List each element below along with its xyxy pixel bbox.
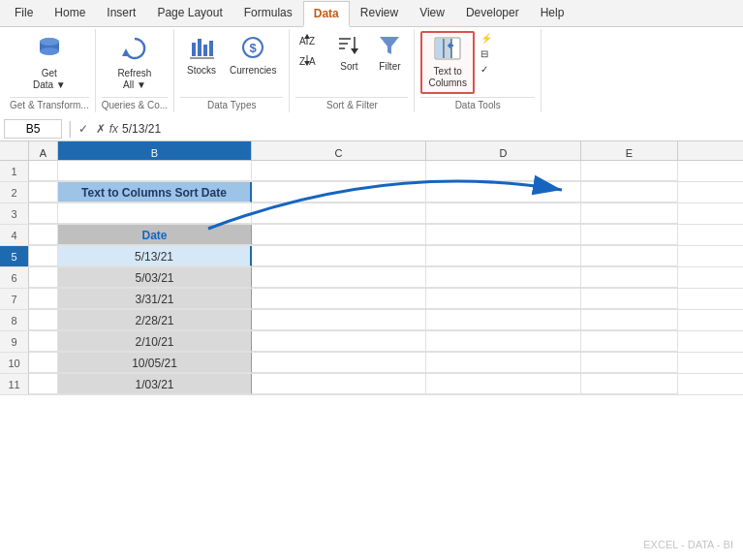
cell[interactable]: [58, 203, 252, 224]
cell[interactable]: [252, 374, 426, 394]
tab-data[interactable]: Data: [303, 1, 350, 27]
get-data-button[interactable]: GetData ▼: [26, 31, 73, 95]
stocks-button[interactable]: Stocks: [180, 31, 223, 80]
cell[interactable]: [252, 310, 426, 330]
refresh-all-button[interactable]: RefreshAll ▼: [110, 31, 158, 95]
text-to-columns-button[interactable]: Text toColumns: [420, 31, 474, 94]
row-number[interactable]: 5: [0, 246, 29, 266]
cell[interactable]: [252, 203, 426, 224]
cell[interactable]: [29, 267, 58, 288]
remove-duplicates-button[interactable]: ⊟: [477, 47, 535, 61]
row-number[interactable]: 3: [0, 203, 29, 224]
watermark: EXCEL - DATA - BI: [643, 539, 733, 550]
cell[interactable]: [252, 225, 426, 245]
filter-button[interactable]: Filter: [371, 31, 408, 77]
row-number[interactable]: 11: [0, 374, 29, 394]
cell[interactable]: [426, 203, 581, 224]
cell[interactable]: 2/28/21: [58, 310, 252, 330]
cell[interactable]: [252, 289, 426, 309]
cell[interactable]: [426, 331, 581, 352]
cell[interactable]: [29, 203, 58, 224]
cell[interactable]: [252, 267, 426, 288]
col-header-d[interactable]: D: [426, 141, 581, 160]
row-number[interactable]: 2: [0, 182, 29, 202]
currencies-button[interactable]: $ Currencies: [223, 31, 283, 80]
col-header-c[interactable]: C: [252, 141, 426, 160]
cell[interactable]: [426, 182, 581, 202]
cell[interactable]: [581, 161, 678, 181]
cell[interactable]: [252, 182, 426, 202]
cell[interactable]: [581, 182, 678, 202]
cell[interactable]: [426, 267, 581, 288]
flash-fill-button[interactable]: ⚡: [477, 31, 535, 46]
tab-file[interactable]: File: [4, 0, 44, 26]
cell[interactable]: [426, 289, 581, 309]
row-number[interactable]: 10: [0, 353, 29, 373]
cell[interactable]: [581, 225, 678, 245]
cell[interactable]: 5/13/21: [58, 246, 252, 266]
tab-formulas[interactable]: Formulas: [233, 0, 303, 26]
cell[interactable]: [581, 203, 678, 224]
row-number[interactable]: 4: [0, 225, 29, 245]
cell[interactable]: [29, 289, 58, 309]
cell[interactable]: [29, 225, 58, 245]
cell[interactable]: 2/10/21: [58, 331, 252, 352]
cell[interactable]: [581, 289, 678, 309]
cell[interactable]: [426, 161, 581, 181]
tab-view[interactable]: View: [409, 0, 455, 26]
data-validation-button[interactable]: ✓: [477, 62, 535, 77]
cell[interactable]: [29, 374, 58, 394]
cell[interactable]: [581, 353, 678, 373]
cancel-icon[interactable]: ✗: [96, 122, 106, 136]
cell[interactable]: [58, 161, 252, 181]
cell[interactable]: [426, 374, 581, 394]
cell[interactable]: [252, 246, 426, 266]
tab-page-layout[interactable]: Page Layout: [146, 0, 232, 26]
cell-reference-input[interactable]: B5: [4, 119, 62, 139]
sort-za-button[interactable]: Z A: [295, 51, 325, 71]
col-header-e[interactable]: E: [581, 141, 678, 160]
cell[interactable]: [581, 310, 678, 330]
cell[interactable]: [29, 310, 58, 330]
cell[interactable]: [426, 310, 581, 330]
cell[interactable]: [581, 246, 678, 266]
row-number[interactable]: 6: [0, 267, 29, 288]
cell[interactable]: [581, 374, 678, 394]
cell[interactable]: [29, 353, 58, 373]
cell[interactable]: Date: [58, 225, 252, 245]
cell[interactable]: [29, 161, 58, 181]
cell[interactable]: [252, 353, 426, 373]
cell[interactable]: 1/03/21: [58, 374, 252, 394]
cell[interactable]: [252, 331, 426, 352]
sort-button[interactable]: Sort: [330, 31, 367, 77]
cell[interactable]: [29, 331, 58, 352]
tab-review[interactable]: Review: [350, 0, 409, 26]
row-number[interactable]: 7: [0, 289, 29, 309]
tab-insert[interactable]: Insert: [96, 0, 146, 26]
table-row: 1: [0, 161, 743, 182]
tab-developer[interactable]: Developer: [455, 0, 530, 26]
cell[interactable]: [426, 225, 581, 245]
table-row: 111/03/21: [0, 374, 743, 395]
cell[interactable]: [426, 353, 581, 373]
cell[interactable]: [581, 331, 678, 352]
cell[interactable]: [581, 267, 678, 288]
svg-point-2: [40, 47, 59, 55]
tab-help[interactable]: Help: [530, 0, 575, 26]
cell[interactable]: 5/03/21: [58, 267, 252, 288]
cell[interactable]: [252, 161, 426, 181]
col-header-b[interactable]: B: [58, 141, 252, 160]
tab-home[interactable]: Home: [44, 0, 96, 26]
cell[interactable]: Text to Columns Sort Date: [58, 182, 252, 202]
row-number[interactable]: 9: [0, 331, 29, 352]
sort-az-button[interactable]: A Z: [295, 31, 325, 50]
col-header-a[interactable]: A: [29, 141, 58, 160]
row-number[interactable]: 8: [0, 310, 29, 330]
cell[interactable]: [29, 246, 58, 266]
cell[interactable]: 3/31/21: [58, 289, 252, 309]
row-number[interactable]: 1: [0, 161, 29, 181]
cell[interactable]: [29, 182, 58, 202]
cell[interactable]: 10/05/21: [58, 353, 252, 373]
checkmark-icon[interactable]: ✓: [78, 122, 88, 136]
cell[interactable]: [426, 246, 581, 266]
